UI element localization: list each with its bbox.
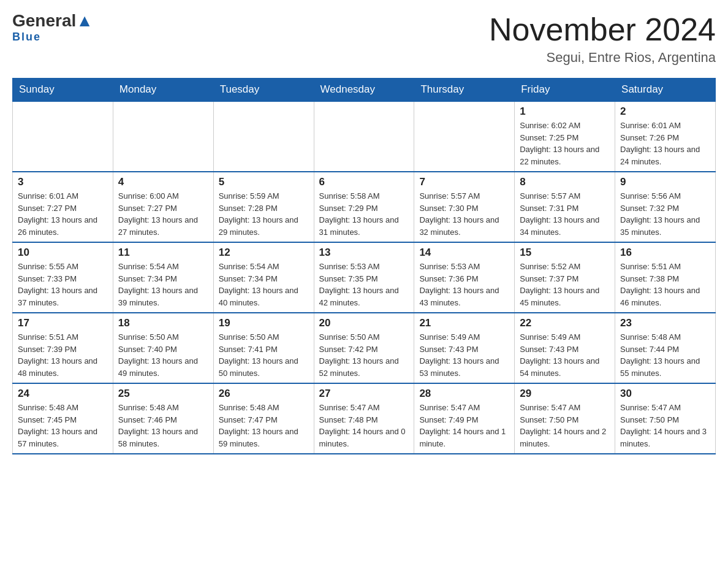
day-number: 6 — [319, 176, 409, 188]
day-number: 3 — [18, 176, 108, 188]
day-info: Sunrise: 5:51 AMSunset: 7:38 PMDaylight:… — [620, 261, 710, 308]
day-info: Sunrise: 5:47 AMSunset: 7:50 PMDaylight:… — [620, 402, 710, 450]
calendar-cell: 28Sunrise: 5:47 AMSunset: 7:49 PMDayligh… — [414, 383, 515, 454]
calendar-cell: 15Sunrise: 5:52 AMSunset: 7:37 PMDayligh… — [515, 242, 615, 313]
day-number: 8 — [520, 176, 610, 188]
day-number: 22 — [520, 317, 610, 329]
calendar-cell: 3Sunrise: 6:01 AMSunset: 7:27 PMDaylight… — [13, 172, 113, 242]
day-number: 26 — [219, 388, 309, 400]
day-number: 16 — [620, 247, 710, 259]
title-section: November 2024 Segui, Entre Rios, Argenti… — [489, 12, 716, 66]
day-info: Sunrise: 5:52 AMSunset: 7:37 PMDaylight:… — [520, 261, 610, 308]
day-info: Sunrise: 5:57 AMSunset: 7:30 PMDaylight:… — [419, 190, 509, 238]
day-info: Sunrise: 5:49 AMSunset: 7:43 PMDaylight:… — [520, 331, 610, 379]
calendar-cell: 30Sunrise: 5:47 AMSunset: 7:50 PMDayligh… — [615, 383, 716, 454]
calendar-cell: 12Sunrise: 5:54 AMSunset: 7:34 PMDayligh… — [213, 242, 314, 313]
calendar-cell: 21Sunrise: 5:49 AMSunset: 7:43 PMDayligh… — [414, 313, 515, 383]
calendar-cell: 22Sunrise: 5:49 AMSunset: 7:43 PMDayligh… — [515, 313, 615, 383]
calendar-cell: 11Sunrise: 5:54 AMSunset: 7:34 PMDayligh… — [113, 242, 213, 313]
day-number: 11 — [118, 247, 208, 259]
calendar-cell: 6Sunrise: 5:58 AMSunset: 7:29 PMDaylight… — [314, 172, 414, 242]
calendar-cell: 13Sunrise: 5:53 AMSunset: 7:35 PMDayligh… — [314, 242, 414, 313]
day-info: Sunrise: 5:56 AMSunset: 7:32 PMDaylight:… — [620, 190, 710, 238]
day-info: Sunrise: 5:48 AMSunset: 7:47 PMDaylight:… — [219, 402, 309, 450]
month-title: November 2024 — [489, 12, 716, 47]
calendar-cell: 14Sunrise: 5:53 AMSunset: 7:36 PMDayligh… — [414, 242, 515, 313]
logo-text: General▲ — [12, 12, 93, 29]
day-header-monday: Monday — [113, 79, 213, 102]
calendar-cell: 10Sunrise: 5:55 AMSunset: 7:33 PMDayligh… — [13, 242, 113, 313]
day-number: 23 — [620, 317, 710, 329]
day-number: 29 — [520, 388, 610, 400]
day-info: Sunrise: 6:01 AMSunset: 7:26 PMDaylight:… — [620, 120, 710, 167]
day-header-tuesday: Tuesday — [213, 79, 314, 102]
day-info: Sunrise: 5:49 AMSunset: 7:43 PMDaylight:… — [419, 331, 509, 379]
day-number: 9 — [620, 176, 710, 188]
calendar-cell: 18Sunrise: 5:50 AMSunset: 7:40 PMDayligh… — [113, 313, 213, 383]
calendar-cell — [414, 101, 515, 172]
day-info: Sunrise: 5:57 AMSunset: 7:31 PMDaylight:… — [520, 190, 610, 238]
calendar-cell: 1Sunrise: 6:02 AMSunset: 7:25 PMDaylight… — [515, 101, 615, 172]
calendar-cell: 4Sunrise: 6:00 AMSunset: 7:27 PMDaylight… — [113, 172, 213, 242]
day-info: Sunrise: 5:47 AMSunset: 7:48 PMDaylight:… — [319, 402, 409, 450]
day-number: 25 — [118, 388, 208, 400]
day-header-saturday: Saturday — [615, 79, 716, 102]
day-info: Sunrise: 5:53 AMSunset: 7:35 PMDaylight:… — [319, 261, 409, 308]
day-info: Sunrise: 5:50 AMSunset: 7:41 PMDaylight:… — [219, 331, 309, 379]
calendar-cell — [314, 101, 414, 172]
calendar-cell — [213, 101, 314, 172]
calendar-cell: 7Sunrise: 5:57 AMSunset: 7:30 PMDaylight… — [414, 172, 515, 242]
day-number: 24 — [18, 388, 108, 400]
day-number: 13 — [319, 247, 409, 259]
day-info: Sunrise: 5:50 AMSunset: 7:42 PMDaylight:… — [319, 331, 409, 379]
day-info: Sunrise: 5:47 AMSunset: 7:50 PMDaylight:… — [520, 402, 610, 450]
logo: General▲ Blue — [12, 12, 93, 44]
day-info: Sunrise: 5:55 AMSunset: 7:33 PMDaylight:… — [18, 261, 108, 308]
day-info: Sunrise: 5:48 AMSunset: 7:46 PMDaylight:… — [118, 402, 208, 450]
calendar-header-row: SundayMondayTuesdayWednesdayThursdayFrid… — [13, 79, 716, 102]
day-info: Sunrise: 5:48 AMSunset: 7:44 PMDaylight:… — [620, 331, 710, 379]
calendar-week-row: 1Sunrise: 6:02 AMSunset: 7:25 PMDaylight… — [13, 101, 716, 172]
day-info: Sunrise: 5:58 AMSunset: 7:29 PMDaylight:… — [319, 190, 409, 238]
day-number: 27 — [319, 388, 409, 400]
calendar-table: SundayMondayTuesdayWednesdayThursdayFrid… — [12, 78, 716, 454]
day-info: Sunrise: 6:00 AMSunset: 7:27 PMDaylight:… — [118, 190, 208, 238]
calendar-week-row: 10Sunrise: 5:55 AMSunset: 7:33 PMDayligh… — [13, 242, 716, 313]
calendar-cell: 8Sunrise: 5:57 AMSunset: 7:31 PMDaylight… — [515, 172, 615, 242]
calendar-cell: 29Sunrise: 5:47 AMSunset: 7:50 PMDayligh… — [515, 383, 615, 454]
day-number: 1 — [520, 105, 610, 118]
day-info: Sunrise: 6:02 AMSunset: 7:25 PMDaylight:… — [520, 120, 610, 167]
day-number: 7 — [419, 176, 509, 188]
day-number: 21 — [419, 317, 509, 329]
day-info: Sunrise: 5:48 AMSunset: 7:45 PMDaylight:… — [18, 402, 108, 450]
day-number: 20 — [319, 317, 409, 329]
calendar-week-row: 24Sunrise: 5:48 AMSunset: 7:45 PMDayligh… — [13, 383, 716, 454]
calendar-cell: 2Sunrise: 6:01 AMSunset: 7:26 PMDaylight… — [615, 101, 716, 172]
day-number: 30 — [620, 388, 710, 400]
calendar-cell: 23Sunrise: 5:48 AMSunset: 7:44 PMDayligh… — [615, 313, 716, 383]
day-number: 19 — [219, 317, 309, 329]
day-header-friday: Friday — [515, 79, 615, 102]
day-info: Sunrise: 6:01 AMSunset: 7:27 PMDaylight:… — [18, 190, 108, 238]
calendar-cell: 24Sunrise: 5:48 AMSunset: 7:45 PMDayligh… — [13, 383, 113, 454]
page-header: General▲ Blue November 2024 Segui, Entre… — [12, 12, 716, 66]
calendar-cell: 20Sunrise: 5:50 AMSunset: 7:42 PMDayligh… — [314, 313, 414, 383]
day-number: 2 — [620, 105, 710, 118]
day-header-thursday: Thursday — [414, 79, 515, 102]
calendar-cell — [13, 101, 113, 172]
calendar-cell: 19Sunrise: 5:50 AMSunset: 7:41 PMDayligh… — [213, 313, 314, 383]
day-info: Sunrise: 5:54 AMSunset: 7:34 PMDaylight:… — [118, 261, 208, 308]
day-info: Sunrise: 5:54 AMSunset: 7:34 PMDaylight:… — [219, 261, 309, 308]
calendar-cell: 17Sunrise: 5:51 AMSunset: 7:39 PMDayligh… — [13, 313, 113, 383]
day-number: 18 — [118, 317, 208, 329]
calendar-cell: 9Sunrise: 5:56 AMSunset: 7:32 PMDaylight… — [615, 172, 716, 242]
day-info: Sunrise: 5:50 AMSunset: 7:40 PMDaylight:… — [118, 331, 208, 379]
calendar-cell: 5Sunrise: 5:59 AMSunset: 7:28 PMDaylight… — [213, 172, 314, 242]
day-number: 14 — [419, 247, 509, 259]
day-info: Sunrise: 5:53 AMSunset: 7:36 PMDaylight:… — [419, 261, 509, 308]
day-number: 15 — [520, 247, 610, 259]
day-info: Sunrise: 5:51 AMSunset: 7:39 PMDaylight:… — [18, 331, 108, 379]
day-info: Sunrise: 5:59 AMSunset: 7:28 PMDaylight:… — [219, 190, 309, 238]
day-number: 28 — [419, 388, 509, 400]
logo-blue-text: Blue — [12, 31, 41, 44]
